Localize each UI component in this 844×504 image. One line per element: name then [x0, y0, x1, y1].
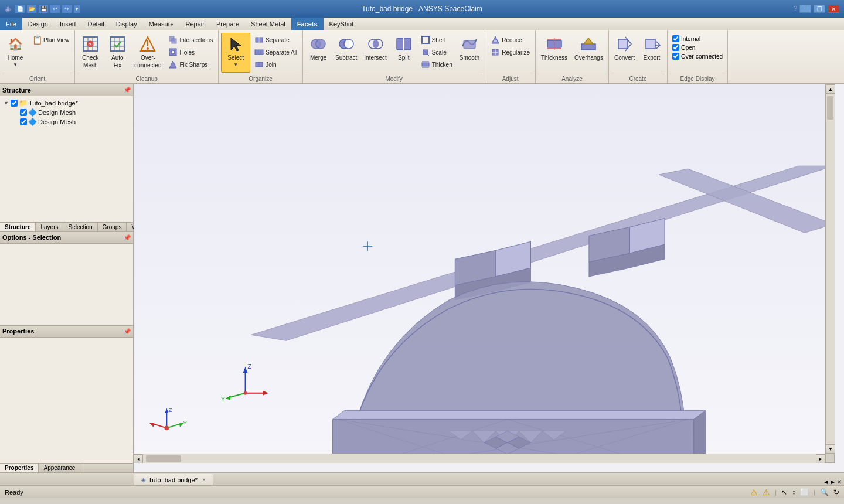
intersections-button[interactable]: Intersections: [165, 34, 216, 46]
merge-button[interactable]: Merge: [305, 33, 331, 73]
regularize-button[interactable]: Regularize: [488, 46, 533, 58]
overhangs-icon: [579, 35, 598, 53]
quick-access-save[interactable]: 💾: [38, 4, 49, 13]
menu-item-display[interactable]: Display: [110, 18, 143, 30]
box-select-icon[interactable]: ⬜: [800, 488, 809, 496]
scroll-thumb-v[interactable]: [827, 96, 833, 120]
scroll-down-button[interactable]: ▼: [826, 444, 835, 454]
properties-pin-icon[interactable]: 📌: [124, 328, 131, 335]
svg-marker-67: [333, 411, 706, 420]
shell-button[interactable]: Shell: [418, 34, 455, 46]
select-button[interactable]: Select ▼: [221, 33, 250, 73]
close-button[interactable]: ✕: [828, 5, 839, 13]
svg-rect-22: [255, 50, 257, 55]
tab-structure[interactable]: Structure: [0, 223, 36, 231]
quick-access-redo[interactable]: ↪: [62, 4, 72, 13]
viewport-3d[interactable]: Z Y: [134, 84, 835, 463]
child2-checkbox[interactable]: [20, 118, 27, 125]
tab-scroll-left-icon[interactable]: ◄: [823, 479, 829, 485]
menu-item-keyshot[interactable]: KeyShot: [324, 18, 360, 30]
menu-item-measure[interactable]: Measure: [143, 18, 180, 30]
home-icon: 🏠: [6, 35, 25, 53]
check-mesh-button[interactable]: ? Check Mesh: [77, 33, 103, 73]
open-checkbox[interactable]: [672, 44, 679, 51]
prop-tab-properties[interactable]: Properties: [0, 464, 39, 472]
menu-item-insert[interactable]: Insert: [54, 18, 82, 30]
split-button[interactable]: Split: [391, 33, 417, 73]
horizontal-scrollbar[interactable]: ◄ ►: [134, 454, 825, 463]
overhangs-button[interactable]: Overhangs: [571, 33, 606, 73]
tree-expand-icon[interactable]: ▼: [4, 100, 9, 106]
home-button[interactable]: 🏠 Home ▼: [2, 33, 28, 73]
svg-rect-16: [172, 39, 176, 43]
subtract-button[interactable]: Subtract: [332, 33, 360, 73]
vertical-scrollbar[interactable]: ▲ ▼: [825, 84, 835, 463]
child2-label: Design Mesh: [38, 118, 76, 125]
export-button[interactable]: Export: [639, 33, 665, 73]
zoom-icon[interactable]: 🔍: [820, 488, 829, 496]
menu-item-repair[interactable]: Repair: [180, 18, 210, 30]
cursor-icon[interactable]: ↕: [792, 488, 795, 496]
menu-item-file[interactable]: File: [0, 18, 22, 30]
tab-layers[interactable]: Layers: [36, 223, 63, 231]
tab-close-all-icon[interactable]: ✕: [837, 479, 842, 485]
root-checkbox[interactable]: [11, 100, 18, 107]
holes-button[interactable]: Holes: [165, 46, 216, 58]
tree-child-2[interactable]: 🔷 Design Mesh: [12, 117, 131, 127]
options-pin-icon[interactable]: 📌: [124, 234, 131, 241]
rotate-icon[interactable]: ↻: [833, 488, 839, 496]
scale-button[interactable]: Scale: [418, 46, 455, 58]
thickness-button[interactable]: Thickness: [538, 33, 570, 73]
quick-access-new[interactable]: 📄: [15, 4, 25, 13]
separate-button[interactable]: Separate: [251, 34, 300, 46]
tree-child-1[interactable]: 🔷 Design Mesh: [12, 108, 131, 117]
over-connected-edge-check[interactable]: Over-connected: [672, 53, 723, 60]
over-connected-checkbox[interactable]: [672, 53, 679, 60]
auto-fix-button[interactable]: Auto Fix: [104, 33, 130, 73]
smooth-button[interactable]: Smooth: [457, 33, 482, 73]
plan-view-button[interactable]: 📋 Plan View: [29, 34, 72, 46]
help-icon[interactable]: ?: [794, 5, 797, 13]
child1-checkbox[interactable]: [20, 109, 27, 116]
tab-groups[interactable]: Groups: [98, 223, 127, 231]
tab-close-icon[interactable]: ×: [202, 476, 206, 483]
internal-checkbox[interactable]: [672, 35, 679, 42]
scroll-right-button[interactable]: ►: [816, 454, 825, 463]
prop-tab-appearance[interactable]: Appearance: [39, 464, 80, 472]
scroll-up-button[interactable]: ▲: [826, 84, 835, 94]
minimize-button[interactable]: −: [799, 5, 811, 13]
menu-item-facets[interactable]: Facets: [291, 18, 324, 30]
reduce-button[interactable]: Reduce: [488, 34, 533, 46]
scroll-thumb-h[interactable]: [146, 455, 181, 462]
menu-item-sheetmetal[interactable]: Sheet Metal: [245, 18, 291, 30]
viewport[interactable]: Z Y: [134, 84, 844, 472]
select-mode-icon[interactable]: ↖: [781, 488, 787, 496]
join-button[interactable]: Join: [251, 59, 300, 70]
menu-item-design[interactable]: Design: [22, 18, 54, 30]
quick-access-undo[interactable]: ↩: [50, 4, 60, 13]
quick-access-dropdown[interactable]: ▼: [73, 4, 80, 13]
over-connected-button[interactable]: Over- connected: [131, 33, 164, 73]
structure-pin-icon[interactable]: 📌: [124, 87, 131, 93]
bottom-tab-model[interactable]: ◈ Tuto_bad bridge* ×: [134, 474, 213, 485]
quick-access-open[interactable]: 📂: [26, 4, 37, 13]
open-edge-check[interactable]: Open: [672, 44, 723, 51]
separate-all-button[interactable]: Separate All: [251, 46, 300, 58]
orient-label: Orient: [2, 74, 72, 83]
internal-edge-check[interactable]: Internal: [672, 35, 723, 42]
svg-rect-51: [581, 44, 595, 50]
menu-item-detail[interactable]: Detail: [82, 18, 110, 30]
tab-selection[interactable]: Selection: [63, 223, 97, 231]
fix-sharps-button[interactable]: Fix Sharps: [165, 59, 216, 70]
restore-button[interactable]: ❐: [814, 5, 825, 13]
svg-point-30: [344, 39, 353, 49]
tab-scroll-right-icon[interactable]: ►: [830, 479, 836, 485]
thicken-button[interactable]: Thicken: [418, 59, 455, 70]
ribbon: 🏠 Home ▼ 📋 Plan View Orient: [0, 30, 844, 84]
convert-button[interactable]: Convert: [611, 33, 638, 73]
tree-root-item[interactable]: ▼ 📁 Tuto_bad bridge*: [2, 98, 131, 108]
intersect-button[interactable]: Intersect: [361, 33, 389, 73]
menu-item-prepare[interactable]: Prepare: [210, 18, 245, 30]
svg-text:?: ?: [89, 42, 91, 47]
scroll-left-button[interactable]: ◄: [134, 454, 143, 463]
